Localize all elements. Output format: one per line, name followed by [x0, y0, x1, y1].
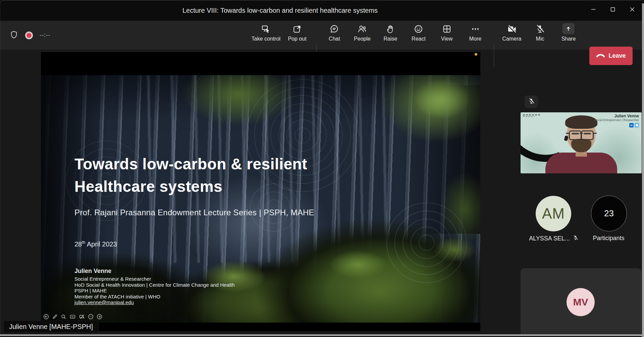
raise-hand-label: Raise — [384, 36, 397, 42]
close-button[interactable] — [623, 0, 642, 19]
chat-label: Chat — [329, 36, 340, 42]
chat-icon — [329, 23, 339, 34]
video-name-overlay: Julien Venne Social Entrepreneur | Resea… — [594, 114, 639, 127]
toolbar-divider — [494, 45, 494, 67]
participants-count-label: Participants — [583, 235, 635, 242]
mic-off-icon — [535, 23, 545, 34]
speaker-muted-indicator — [525, 96, 538, 108]
camera-button[interactable]: Camera — [502, 23, 522, 48]
background-tagline — [523, 114, 540, 115]
window-controls — [584, 0, 642, 19]
react-label: React — [412, 36, 426, 42]
share-label: Share — [561, 36, 576, 42]
camera-label: Camera — [502, 36, 522, 42]
title-bar: Lecture VIII: Towards low-carbon and res… — [0, 0, 644, 21]
chat-button[interactable]: Chat — [329, 23, 340, 48]
share-icon — [562, 23, 575, 34]
slideshow-more-icon[interactable] — [88, 314, 94, 320]
minimize-button[interactable] — [584, 0, 603, 19]
screen-share-stage: Towards low-carbon & resilient Healthcar… — [41, 52, 480, 331]
view-icon — [441, 23, 452, 34]
magnifier-icon[interactable] — [60, 314, 67, 320]
mic-off-icon — [528, 98, 535, 106]
shield-icon — [9, 30, 18, 41]
mic-off-icon — [573, 235, 579, 242]
svg-text:cc: cc — [71, 316, 73, 318]
twitter-icon — [635, 123, 639, 127]
react-button[interactable]: React — [412, 23, 426, 48]
close-icon — [629, 6, 636, 13]
more-label: More — [469, 36, 481, 42]
meeting-toolbar: --:-- Take control Pop out — [0, 21, 644, 50]
participant-name-row: ALYSSA SEL... — [522, 235, 586, 242]
presenter-hair — [565, 115, 597, 129]
maximize-icon — [609, 6, 616, 13]
participant-avatar-am[interactable]: AM — [536, 196, 571, 231]
pop-out-label: Pop out — [288, 36, 306, 42]
next-slide-icon[interactable] — [96, 314, 103, 320]
take-control-button[interactable]: Take control — [252, 23, 280, 48]
people-label: People — [354, 36, 371, 42]
presenter-email-link[interactable]: julien.venne@manipal.edu — [74, 299, 235, 305]
pen-icon[interactable] — [52, 314, 58, 320]
presenter-role: Social Entrepreneur & Researcher — [74, 276, 235, 282]
linkedin-icon: in — [629, 123, 634, 127]
take-control-icon — [261, 23, 271, 34]
background-tagline — [523, 116, 534, 117]
leave-label: Leave — [608, 52, 626, 59]
view-button[interactable]: View — [441, 23, 452, 48]
take-control-label: Take control — [252, 36, 280, 42]
participant-avatar-mv: MV — [567, 288, 595, 316]
hang-up-icon — [596, 52, 605, 59]
laser-pointer-off-icon[interactable] — [78, 314, 85, 320]
react-icon — [413, 23, 424, 34]
presenter-name: Julien Venne — [74, 268, 235, 275]
presenter-video-tile[interactable]: Julien Venne Social Entrepreneur | Resea… — [521, 112, 642, 173]
video-overlay-role: Social Entrepreneur | Researcher — [594, 118, 639, 122]
people-button[interactable]: People — [354, 23, 371, 48]
participant-tile-mv[interactable]: MV — [521, 268, 642, 337]
sharer-name-label: Julien Venne [MAHE-PSPH] — [3, 321, 99, 333]
meeting-status-group: --:-- — [9, 21, 50, 50]
maximize-button[interactable] — [603, 0, 623, 19]
minimize-icon — [590, 6, 597, 13]
pop-out-icon — [292, 23, 303, 34]
teams-meeting-window: Lecture VIII: Towards low-carbon and res… — [0, 0, 644, 337]
slide-date: 28th April 2023 — [74, 240, 117, 248]
more-icon — [470, 23, 480, 34]
leave-button[interactable]: Leave — [589, 47, 633, 65]
raise-hand-icon — [385, 23, 396, 34]
pop-out-button[interactable]: Pop out — [288, 23, 306, 48]
previous-slide-icon[interactable] — [43, 314, 49, 320]
share-button[interactable]: Share — [561, 23, 576, 48]
presenter-glasses — [566, 130, 597, 139]
mic-button[interactable]: Mic — [535, 23, 545, 48]
video-overlay-name: Julien Venne — [594, 114, 639, 118]
slide-presenter-block: Julien Venne Social Entrepreneur & Resea… — [74, 268, 235, 305]
presenter-membership: Member of the ATACH initiative | WHO — [74, 294, 235, 300]
captions-icon[interactable]: cc — [69, 314, 76, 320]
slide-title-line1: Towards low-carbon & resilient — [74, 153, 307, 175]
camera-off-icon — [507, 23, 517, 34]
window-edge — [642, 3, 644, 337]
slide-title-line2: Healthcare systems — [74, 175, 307, 198]
slideshow-status-dot — [475, 53, 477, 56]
recording-indicator-icon — [25, 32, 33, 39]
slide-title: Towards low-carbon & resilient Healthcar… — [74, 153, 307, 198]
raise-hand-button[interactable]: Raise — [384, 23, 397, 48]
slideshow-controls: cc — [43, 314, 103, 320]
slide-waterfall-background: Towards low-carbon & resilient Healthcar… — [41, 75, 480, 323]
more-button[interactable]: More — [469, 23, 481, 48]
window-title: Lecture VIII: Towards low-carbon and res… — [0, 0, 560, 21]
mic-label: Mic — [536, 36, 544, 42]
meeting-timer: --:-- — [40, 32, 50, 39]
participants-count-badge[interactable]: 23 — [591, 195, 627, 231]
view-label: View — [441, 36, 452, 42]
slide-subtitle: Prof. Rajani Prasanna Endowment Lecture … — [74, 208, 314, 217]
presenter-institution: PSPH | MAHE — [74, 288, 235, 294]
presenter-affiliation: HoD Social & Health Innovation | Centre … — [74, 282, 235, 288]
people-icon — [357, 23, 367, 34]
participant-name: ALYSSA SEL... — [529, 235, 570, 242]
